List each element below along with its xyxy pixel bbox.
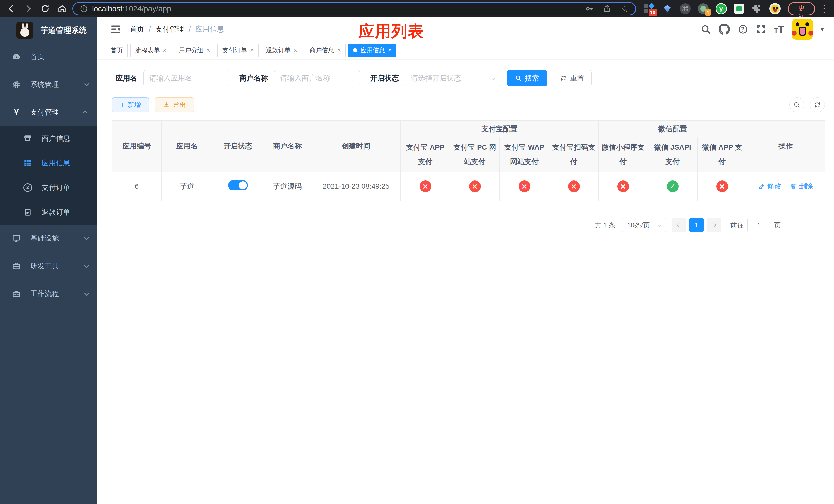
refresh-table-button[interactable]	[810, 97, 825, 112]
sidebar-item-label: 研发工具	[30, 261, 59, 271]
sidebar-subitem-merchant-info[interactable]: 商户信息	[0, 126, 97, 151]
tab-pay-order[interactable]: 支付订单×	[218, 44, 259, 57]
site-info-icon[interactable]	[80, 5, 88, 13]
password-key-icon[interactable]	[585, 4, 593, 13]
sidebar-item-dev-tools[interactable]: 研发工具	[0, 252, 97, 280]
toolbox-icon	[11, 262, 22, 271]
sidebar-item-home[interactable]: 首页	[0, 43, 97, 71]
extension-badge: 1	[705, 9, 711, 16]
browser-home-icon[interactable]	[56, 2, 69, 15]
active-dot	[353, 48, 357, 52]
tab-home[interactable]: 首页	[106, 44, 128, 57]
sidebar-item-infrastructure[interactable]: 基础设施	[0, 225, 97, 252]
chevron-down-icon	[491, 76, 496, 81]
close-icon[interactable]: ×	[163, 47, 167, 54]
col-app-name: 应用名	[161, 121, 213, 172]
payment-submenu: 商户信息 应用信息 ¥ 支付订单 退款订单	[0, 126, 97, 225]
alipay-qr-status-icon	[568, 181, 580, 192]
browser-reload-icon[interactable]	[39, 2, 52, 15]
extension-chat-icon[interactable]	[733, 3, 745, 14]
tab-user-group[interactable]: 用户分组×	[174, 44, 215, 57]
goto-page-input[interactable]	[747, 218, 770, 232]
col-status: 开启状态	[213, 121, 263, 172]
shop-icon	[23, 134, 33, 143]
tab-refund-order[interactable]: 退款订单×	[261, 44, 302, 57]
export-button[interactable]: 导出	[155, 97, 194, 112]
profile-avatar-icon[interactable]	[769, 3, 781, 14]
status-switch[interactable]	[228, 180, 248, 190]
grid-icon	[23, 159, 33, 167]
close-icon[interactable]: ×	[250, 47, 254, 54]
extensions-puzzle-icon[interactable]	[751, 3, 763, 14]
share-icon[interactable]	[603, 4, 611, 13]
col-created: 创建时间	[312, 121, 401, 172]
header-search-icon[interactable]	[701, 24, 711, 35]
font-size-icon[interactable]: TT	[774, 24, 784, 35]
app-logo-row[interactable]: 芋道管理系统	[0, 18, 97, 43]
status-select[interactable]: 请选择开启状态	[405, 70, 501, 86]
browser-menu-icon[interactable]: ⋮	[820, 3, 829, 14]
breadcrumb-home[interactable]: 首页	[130, 24, 144, 34]
delete-link[interactable]: 删除	[790, 181, 813, 191]
github-icon[interactable]	[719, 24, 730, 35]
sidebar-item-label: 退款订单	[42, 207, 70, 217]
app-name-label: 应用名	[116, 73, 137, 83]
help-icon[interactable]	[738, 24, 748, 35]
fullscreen-icon[interactable]	[756, 24, 766, 35]
breadcrumb-payment[interactable]: 支付管理	[155, 24, 184, 34]
breadcrumb: 首页 / 支付管理 / 应用信息	[130, 24, 224, 34]
sidebar-subitem-refund-order[interactable]: 退款订单	[0, 200, 97, 225]
sidebar-subitem-pay-order[interactable]: ¥ 支付订单	[0, 175, 97, 200]
browser-forward-icon[interactable]	[22, 2, 35, 15]
sidebar-collapse-icon[interactable]	[110, 24, 121, 35]
merchant-name-label: 商户名称	[239, 73, 268, 83]
extension-y-icon[interactable]: y	[716, 3, 727, 14]
browser-back-icon[interactable]	[5, 2, 18, 15]
browser-toolbar: localhost:1024/pay/app ☆ 10 ⌘ 1 y	[0, 0, 834, 18]
close-icon[interactable]: ×	[337, 47, 341, 54]
next-page-button[interactable]	[707, 218, 721, 232]
avatar-caret-icon[interactable]: ▾	[821, 25, 824, 33]
yen-icon: ¥	[11, 108, 22, 117]
prev-page-button[interactable]	[672, 218, 686, 232]
group-alipay-config: 支付宝配置	[401, 121, 598, 137]
sidebar-item-label: 支付订单	[42, 183, 70, 192]
url-text: localhost:1024/pay/app	[92, 4, 171, 13]
col-alipay-qr: 支付宝扫码支付	[549, 137, 598, 172]
app-title: 芋道管理系统	[41, 25, 87, 36]
col-alipay-app: 支付宝 APP 支付	[401, 137, 450, 172]
sidebar-item-workflow[interactable]: 工作流程	[0, 280, 97, 307]
close-icon[interactable]: ×	[294, 47, 297, 54]
extension-command-icon[interactable]: ⌘	[680, 3, 691, 14]
page-number-button[interactable]: 1	[689, 218, 704, 232]
merchant-name-input[interactable]	[274, 70, 360, 86]
address-bar[interactable]: localhost:1024/pay/app ☆	[72, 2, 636, 15]
wechat-lite-status-icon	[617, 181, 629, 192]
tab-flow-form[interactable]: 流程表单×	[130, 44, 171, 57]
add-button[interactable]: + 新增	[112, 97, 149, 112]
app-table: 应用编号 应用名 开启状态 商户名称 创建时间 支付宝配置 微信配置 操作 支付…	[112, 120, 825, 201]
page-size-select[interactable]: 10条/页	[622, 218, 666, 232]
reset-button[interactable]: 重置	[553, 70, 592, 86]
edit-pencil-icon	[758, 183, 765, 189]
sidebar-item-system[interactable]: 系统管理	[0, 71, 97, 98]
user-avatar[interactable]	[792, 19, 813, 40]
close-icon[interactable]: ×	[388, 47, 392, 54]
group-wechat-config: 微信配置	[598, 121, 747, 137]
search-button[interactable]: 搜索	[507, 70, 547, 86]
sidebar-subitem-app-info[interactable]: 应用信息	[0, 151, 97, 175]
app-name-input[interactable]	[144, 70, 229, 86]
wechat-jsapi-status-icon	[667, 181, 679, 192]
tab-merchant-info[interactable]: 商户信息×	[305, 44, 346, 57]
close-icon[interactable]: ×	[206, 47, 210, 54]
extension-recorder-icon[interactable]: 1	[698, 3, 709, 14]
pagination: 共 1 条 10条/页 1 前往 页	[112, 218, 781, 232]
extension-grid-diamond-icon[interactable]: 10	[644, 3, 655, 14]
sidebar-item-payment[interactable]: ¥ 支付管理	[0, 98, 97, 126]
extension-gem-icon[interactable]	[662, 3, 673, 14]
tab-app-info[interactable]: 应用信息×	[348, 44, 396, 57]
browser-update-button[interactable]: 更新	[788, 2, 815, 15]
bookmark-star-icon[interactable]: ☆	[621, 4, 628, 14]
show-search-toggle-button[interactable]	[789, 97, 804, 112]
edit-link[interactable]: 修改	[758, 181, 782, 191]
